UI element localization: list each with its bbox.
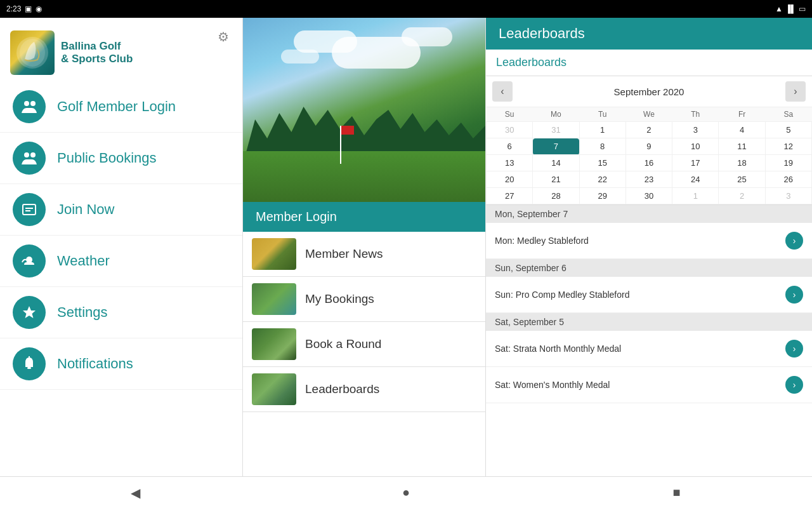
calendar-day-cell[interactable]: 1 <box>579 122 625 138</box>
event-list-item[interactable]: Mon: Medley Stableford› <box>486 223 812 259</box>
event-list-item[interactable]: Sat: Strata North Monthly Medal› <box>486 331 812 367</box>
signal-icon: ▐▌ <box>785 4 796 13</box>
flag <box>341 126 354 135</box>
public-bookings-label: Public Bookings <box>57 150 157 166</box>
calendar-day-cell[interactable]: 6 <box>487 138 533 155</box>
fairway <box>243 151 485 202</box>
golf-member-login-label: Golf Member Login <box>57 98 176 115</box>
book-round-thumbnail <box>252 328 296 360</box>
calendar-day-cell[interactable]: 12 <box>765 138 811 155</box>
public-bookings-icon <box>13 142 46 175</box>
calendar-day-cell[interactable]: 23 <box>625 171 672 188</box>
sidebar-item-settings[interactable]: Settings <box>0 287 242 338</box>
calendar-day-cell[interactable]: 16 <box>625 155 672 171</box>
calendar-day-cell[interactable]: 10 <box>672 138 719 155</box>
calendar-day-cell[interactable]: 31 <box>533 122 579 138</box>
calendar-day-cell[interactable]: 21 <box>533 171 579 188</box>
leaderboards-label: Leaderboards <box>305 382 379 396</box>
nav-back-button[interactable]: ◀ <box>119 480 151 505</box>
right-subheader-title: Leaderboards <box>496 56 566 69</box>
calendar-week-row: 27282930123 <box>487 188 812 204</box>
calendar-day-cell[interactable]: 3 <box>672 122 719 138</box>
weather-icon <box>13 244 46 277</box>
calendar-day-cell[interactable]: 30 <box>487 122 533 138</box>
wifi-icon: ▲ <box>775 4 783 13</box>
calendar-prev-button[interactable]: ‹ <box>492 81 513 102</box>
middle-panel: Member Login Member News My Bookings Boo… <box>243 18 486 476</box>
calendar-day-cell[interactable]: 18 <box>719 155 765 171</box>
calendar-day-cell[interactable]: 7 <box>533 138 579 155</box>
status-bar: 2:23 ▣ ◉ ▲ ▐▌ ▭ <box>0 0 812 18</box>
calendar-day-cell[interactable]: 3 <box>765 188 811 204</box>
sidebar-item-golf-member-login[interactable]: Golf Member Login <box>0 81 242 133</box>
calendar-day-cell[interactable]: 24 <box>672 171 719 188</box>
logo-text: Ballina Golf & Sports Club <box>61 40 133 65</box>
settings-gear-icon[interactable]: ⚙ <box>213 27 233 47</box>
calendar-week-row: 6789101112 <box>487 138 812 155</box>
calendar-day-header: Th <box>672 107 719 122</box>
sidebar-item-weather[interactable]: Weather <box>0 236 242 287</box>
right-panel-header: Leaderboards <box>486 18 812 50</box>
sidebar-item-notifications[interactable]: Notifications <box>0 338 242 390</box>
calendar-day-cell[interactable]: 2 <box>719 188 765 204</box>
book-a-round-label: Book a Round <box>305 337 381 351</box>
sidebar-header: Ballina Golf & Sports Club ⚙ <box>0 18 242 81</box>
calendar: ‹ September 2020 › SuMoTuWeThFrSa 303112… <box>486 76 812 205</box>
calendar-day-cell[interactable]: 9 <box>625 138 672 155</box>
events-list: Mon, September 7Mon: Medley Stableford›S… <box>486 205 812 476</box>
app-logo-icon <box>10 30 55 75</box>
my-bookings-label: My Bookings <box>305 292 374 306</box>
calendar-day-cell[interactable]: 1 <box>672 188 719 204</box>
status-icon-1: ▣ <box>25 4 32 13</box>
settings-star-icon <box>13 296 46 329</box>
calendar-day-cell[interactable]: 27 <box>487 188 533 204</box>
sidebar: Ballina Golf & Sports Club ⚙ Golf Member… <box>0 18 243 476</box>
event-list-item[interactable]: Sat: Women's Monthly Medal› <box>486 367 812 403</box>
calendar-day-cell[interactable]: 22 <box>579 171 625 188</box>
calendar-day-cell[interactable]: 14 <box>533 155 579 171</box>
sidebar-item-public-bookings[interactable]: Public Bookings <box>0 133 242 184</box>
calendar-day-cell[interactable]: 8 <box>579 138 625 155</box>
calendar-day-cell[interactable]: 30 <box>625 188 672 204</box>
right-panel-subheader: Leaderboards <box>486 50 812 76</box>
menu-item-leaderboards[interactable]: Leaderboards <box>243 367 485 412</box>
svg-rect-5 <box>23 204 36 215</box>
menu-item-member-news[interactable]: Member News <box>243 232 485 277</box>
nav-recent-button[interactable]: ■ <box>661 480 693 505</box>
calendar-day-cell[interactable]: 4 <box>719 122 765 138</box>
event-date-header: Sun, September 6 <box>486 259 812 277</box>
notifications-bell-icon <box>13 347 46 380</box>
calendar-day-cell[interactable]: 26 <box>765 171 811 188</box>
calendar-day-cell[interactable]: 15 <box>579 155 625 171</box>
battery-icon: ▭ <box>799 4 806 13</box>
event-name-label: Mon: Medley Stableford <box>495 236 589 246</box>
menu-items-list: Member News My Bookings Book a Round Lea… <box>243 232 485 476</box>
svg-point-1 <box>24 101 29 106</box>
calendar-day-cell[interactable]: 25 <box>719 171 765 188</box>
calendar-day-cell[interactable]: 5 <box>765 122 811 138</box>
event-name-label: Sat: Strata North Monthly Medal <box>495 344 621 354</box>
svg-point-2 <box>30 101 36 106</box>
calendar-day-cell[interactable]: 17 <box>672 155 719 171</box>
menu-item-my-bookings[interactable]: My Bookings <box>243 277 485 322</box>
calendar-day-cell[interactable]: 28 <box>533 188 579 204</box>
nav-home-button[interactable]: ● <box>390 480 422 505</box>
notifications-label: Notifications <box>57 356 133 372</box>
calendar-day-cell[interactable]: 19 <box>765 155 811 171</box>
svg-point-3 <box>24 152 29 157</box>
svg-rect-10 <box>27 367 31 369</box>
sidebar-item-join-now[interactable]: Join Now <box>0 184 242 236</box>
menu-item-book-a-round[interactable]: Book a Round <box>243 322 485 367</box>
calendar-day-cell[interactable]: 20 <box>487 171 533 188</box>
calendar-day-cell[interactable]: 2 <box>625 122 672 138</box>
member-news-thumbnail <box>252 238 296 270</box>
calendar-day-cell[interactable]: 29 <box>579 188 625 204</box>
event-name-label: Sun: Pro Comp Medley Stableford <box>495 290 629 300</box>
calendar-month-title: September 2020 <box>614 86 684 97</box>
calendar-day-header: Mo <box>533 107 579 122</box>
event-list-item[interactable]: Sun: Pro Comp Medley Stableford› <box>486 277 812 313</box>
calendar-next-button[interactable]: › <box>785 81 806 102</box>
calendar-day-cell[interactable]: 13 <box>487 155 533 171</box>
calendar-day-cell[interactable]: 11 <box>719 138 765 155</box>
nav-items-list: Golf Member Login Public Bookings <box>0 81 242 476</box>
